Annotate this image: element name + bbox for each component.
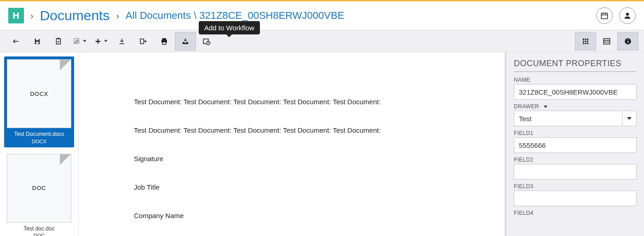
info-panel-button[interactable] [617,32,638,51]
save-icon [33,37,41,45]
chevron-down-icon [83,40,86,42]
drawer-select[interactable]: Test [514,111,637,126]
document-viewer[interactable]: Test Document: Test Document: Test Docum… [78,52,506,236]
field2-input[interactable] [514,164,637,180]
print-button[interactable] [154,32,175,51]
thumbnail-badge: DOCX [30,90,48,97]
breadcrumb-root[interactable]: Documents [40,8,110,23]
svg-rect-25 [604,39,610,44]
svg-rect-30 [627,39,628,40]
svg-rect-18 [587,39,588,40]
thumbnail-badge: DOC [32,185,46,191]
app-logo: H [8,8,24,23]
field1-input[interactable] [514,137,637,153]
top-bar: H › Documents › All Documents \ 321Z8CE_… [0,0,644,30]
export-icon [139,37,147,45]
thumbnail-item[interactable]: DOCX Test Document.docx DOCX [4,56,74,147]
svg-rect-16 [583,39,584,40]
svg-rect-13 [162,42,166,44]
grid-view-button[interactable] [575,32,596,51]
svg-rect-6 [36,41,39,44]
download-button[interactable] [111,32,132,51]
svg-rect-11 [162,38,167,40]
chevron-down-icon [544,106,547,108]
document-page: Test Document: Test Document: Test Docum… [79,52,505,221]
chevron-down-icon [622,111,632,126]
name-input[interactable] [514,84,637,100]
tooltip-add-to-workflow: Add to Workflow [199,21,260,34]
svg-rect-29 [627,40,628,43]
svg-rect-7 [57,39,61,44]
doc-paragraph: Test Document: Test Document: Test Docum… [134,125,449,136]
calendar-clock-icon [202,37,211,45]
thumbnail-page: DOCX [7,59,71,128]
svg-rect-22 [583,43,584,44]
field-label-field1: FIELD1 [514,130,637,136]
svg-rect-23 [585,43,586,44]
download-icon [118,37,126,45]
properties-title: DOCUMENT PROPERTIES [514,59,637,72]
breadcrumb-path-doc: 321Z8CE_00SH8ERWJ000VBE [199,10,344,21]
add-dropdown-button[interactable] [90,32,111,51]
back-button[interactable] [6,32,27,51]
grid-icon [581,37,590,45]
svg-point-4 [626,13,629,16]
doc-line: Signature [134,153,449,164]
svg-rect-10 [140,39,144,44]
user-icon [623,11,632,20]
svg-rect-17 [585,39,586,40]
breadcrumb-path[interactable]: All Documents \ 321Z8CE_00SH8ERWJ000VBE [126,10,344,22]
thumbnail-caption: Test doc.doc DOC [4,225,74,236]
field-label-drawer: DRAWER [514,103,637,110]
toolbar: Add to Workflow [0,30,644,52]
inbox-icon [181,37,190,45]
svg-rect-24 [587,43,588,44]
edit-dropdown-button[interactable] [69,32,90,51]
field-label-field2: FIELD2 [514,157,637,163]
thumbnail-item[interactable]: DOC Test doc.doc DOC [4,154,74,236]
field-label-field4: FIELD4 [514,210,637,216]
breadcrumb-path-prefix: All Documents \ [126,10,199,21]
chevron-down-icon [104,40,108,42]
thumbnail-caption: Test Document.docx DOCX [6,131,72,145]
drawer-select-value: Test [519,115,532,123]
list-view-button[interactable] [596,32,617,51]
field3-input[interactable] [514,191,637,206]
svg-rect-20 [585,40,586,42]
schedule-button[interactable] [196,32,217,51]
doc-line: Job Title [134,182,449,193]
svg-rect-19 [583,40,584,42]
info-icon [624,37,632,45]
save-button[interactable] [27,32,48,51]
calendar-button[interactable] [596,7,613,24]
dog-ear-icon [60,60,71,71]
breadcrumb-sep: › [116,11,119,21]
thumbnail-panel: DOCX Test Document.docx DOCX DOC Test do… [0,52,78,236]
properties-panel: DOCUMENT PROPERTIES NAME DRAWER Test FIE… [506,52,644,236]
dog-ear-icon [60,154,71,165]
print-icon [160,37,168,45]
export-button[interactable] [132,32,154,51]
user-button[interactable] [619,7,636,24]
field-label-field3: FIELD3 [514,183,637,190]
plus-icon [94,37,102,45]
edit-icon [73,37,81,45]
list-icon [603,37,611,45]
breadcrumb-sep: › [30,11,34,21]
clipboard-button[interactable] [48,32,69,51]
field-label-name: NAME [514,77,637,83]
doc-paragraph: Test Document: Test Document: Test Docum… [134,96,449,107]
svg-rect-0 [601,13,608,19]
thumbnail-page: DOC [7,154,71,223]
workspace: DOCX Test Document.docx DOCX DOC Test do… [0,52,644,236]
svg-rect-8 [58,38,60,39]
svg-rect-5 [36,39,39,40]
clipboard-icon [54,37,63,45]
svg-rect-21 [587,40,588,42]
add-to-workflow-button[interactable] [175,32,196,51]
doc-line: Company Name [134,210,449,221]
calendar-icon [600,11,609,20]
back-icon [12,37,20,45]
